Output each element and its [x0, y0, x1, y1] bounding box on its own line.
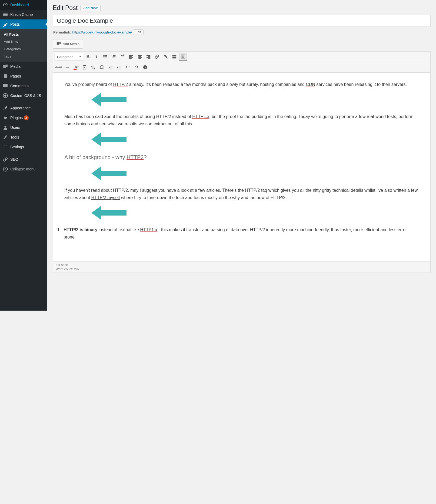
indent-button[interactable]	[115, 63, 123, 71]
page-icon	[3, 73, 8, 79]
word-count: Word count: 289	[56, 267, 428, 271]
svg-rect-24	[129, 58, 132, 59]
ordered-list-item: 1 HTTP/2 is binary instead of textual li…	[57, 226, 419, 241]
link-button[interactable]	[153, 53, 161, 61]
gauge-icon	[3, 2, 8, 8]
text-color-button[interactable]: A▼	[72, 63, 80, 71]
svg-point-8	[3, 167, 8, 171]
main-content: Edit Post Add New Permalink: https://wpd…	[47, 0, 436, 311]
sidebar-subitem-tags[interactable]: Tags	[0, 53, 47, 60]
svg-rect-10	[104, 55, 107, 56]
svg-rect-49	[110, 67, 112, 67]
unlink-button[interactable]	[162, 53, 170, 61]
editor-status-bar: p » span Word count: 289	[53, 262, 431, 273]
undo-button[interactable]	[124, 63, 132, 71]
align-center-button[interactable]	[136, 53, 144, 61]
italic-button[interactable]: I	[92, 53, 101, 61]
seo-icon	[3, 157, 8, 162]
svg-point-5	[5, 126, 6, 128]
sidebar-item-pages[interactable]: Pages	[0, 71, 47, 81]
svg-rect-42	[184, 56, 184, 57]
align-left-button[interactable]	[127, 53, 135, 61]
svg-rect-29	[147, 55, 150, 56]
clear-formatting-button[interactable]	[89, 63, 97, 71]
sidebar-item-kinsta-cache[interactable]: Kinsta Cache	[0, 10, 47, 19]
sidebar-item-label: Users	[10, 125, 20, 130]
plugins-badge: 3	[24, 115, 29, 120]
horizontal-rule-button[interactable]	[63, 63, 71, 71]
sidebar-item-seo[interactable]: SEO	[0, 154, 47, 164]
outdent-button[interactable]	[106, 63, 115, 71]
svg-point-6	[4, 159, 6, 161]
sidebar-item-label: Dashboard	[10, 3, 29, 7]
sidebar-subitem-categories[interactable]: Categories	[0, 45, 47, 53]
svg-rect-23	[129, 57, 133, 58]
svg-marker-61	[91, 206, 127, 220]
sidebar-subitem-all-posts[interactable]: All Posts	[0, 31, 47, 38]
sidebar-item-settings[interactable]: Settings	[0, 142, 47, 152]
sidebar-item-media[interactable]: Media	[0, 62, 47, 71]
sidebar-item-label: Custom CSS & JS	[10, 93, 41, 98]
read-more-button[interactable]	[170, 53, 178, 61]
svg-rect-38	[182, 56, 183, 56]
svg-rect-18	[113, 56, 115, 57]
redo-button[interactable]	[132, 63, 141, 71]
sidebar-item-plugins[interactable]: Plugins 3	[0, 113, 47, 123]
sidebar-item-comments[interactable]: Comments	[0, 81, 47, 91]
svg-point-7	[6, 158, 7, 159]
wrench-icon	[3, 135, 8, 140]
svg-rect-20	[113, 58, 115, 58]
heading: A bit of background - why HTTP2?	[64, 153, 419, 162]
bulleted-list-button[interactable]	[101, 53, 109, 61]
svg-point-3	[4, 66, 5, 66]
sidebar-item-custom-css-js[interactable]: Custom CSS & JS	[0, 91, 47, 100]
plus-circle-icon	[3, 93, 8, 98]
svg-point-9	[103, 55, 104, 56]
svg-rect-48	[110, 66, 112, 66]
bold-button[interactable]: B	[84, 53, 92, 61]
svg-point-11	[103, 56, 104, 57]
plug-icon	[3, 115, 8, 120]
sidebar-item-tools[interactable]: Tools	[0, 132, 47, 142]
sidebar-item-label: SEO	[10, 157, 18, 162]
permalink-row: Permalink: https://wpdev.ink/google-doc-…	[53, 27, 431, 38]
strikethrough-button[interactable]: ABC	[55, 63, 63, 71]
paragraph: You've probably heard of HTTP/2 already.…	[64, 81, 419, 88]
sidebar-item-dashboard[interactable]: Dashboard	[0, 0, 47, 10]
format-select[interactable]: Paragraph	[55, 53, 83, 61]
svg-rect-16	[113, 55, 115, 56]
add-new-button[interactable]: Add New	[80, 5, 101, 11]
svg-text:3: 3	[112, 57, 112, 59]
add-media-button[interactable]: Add Media	[53, 39, 83, 49]
blockquote-button[interactable]: ❝	[118, 53, 127, 61]
pin-icon	[3, 22, 8, 27]
svg-rect-1	[3, 14, 8, 15]
special-character-button[interactable]: Ω	[98, 63, 106, 71]
toolbar-toggle-button[interactable]	[179, 53, 187, 61]
permalink-edit-button[interactable]: Edit	[133, 29, 144, 35]
align-right-button[interactable]	[144, 53, 152, 61]
sidebar-item-posts[interactable]: Posts	[0, 19, 47, 29]
svg-rect-0	[3, 13, 8, 14]
numbered-list-button[interactable]: 123	[110, 53, 118, 61]
sidebar-item-label: Pages	[10, 74, 21, 78]
svg-point-13	[103, 58, 104, 58]
svg-rect-28	[139, 58, 141, 59]
post-title-input[interactable]	[53, 15, 431, 27]
sidebar-collapse[interactable]: Collapse menu	[0, 164, 47, 174]
arrow-graphic	[91, 206, 419, 220]
sidebar-item-label: Media	[10, 64, 21, 69]
permalink-link[interactable]: https://wpdev.ink/google-doc-example/	[72, 30, 132, 34]
element-path: p » span	[56, 263, 428, 267]
paste-text-button[interactable]: T	[81, 63, 89, 71]
media-icon	[56, 41, 61, 47]
sidebar-subitem-add-new[interactable]: Add New	[0, 38, 47, 45]
editor-content[interactable]: You've probably heard of HTTP/2 already.…	[53, 73, 431, 262]
svg-rect-41	[182, 56, 183, 57]
svg-rect-14	[104, 58, 107, 58]
help-button[interactable]: ?	[141, 63, 149, 71]
sidebar-item-label: Collapse menu	[10, 167, 35, 171]
sidebar-item-users[interactable]: Users	[0, 123, 47, 132]
svg-rect-40	[182, 56, 182, 57]
sidebar-item-appearance[interactable]: Appearance	[0, 103, 47, 113]
